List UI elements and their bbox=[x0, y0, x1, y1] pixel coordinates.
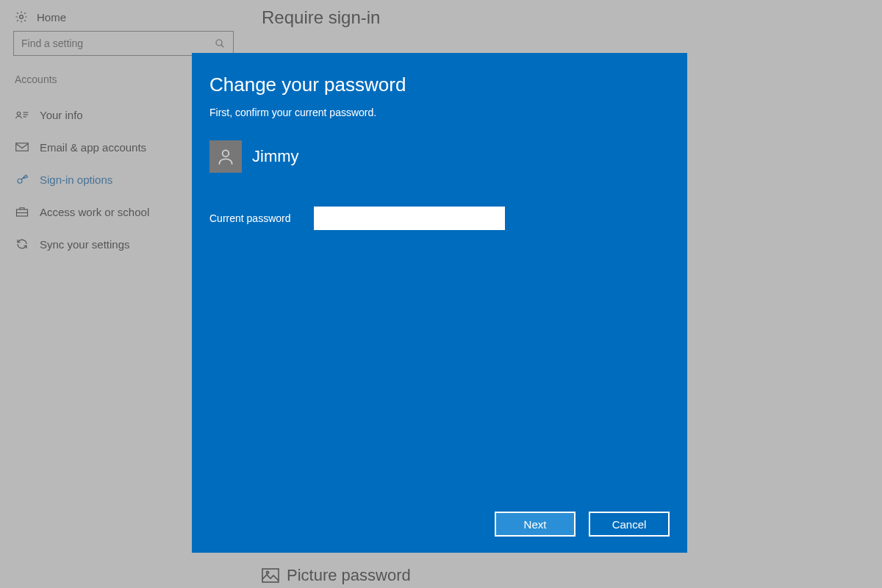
password-field-row: Current password bbox=[209, 207, 670, 230]
cancel-button[interactable]: Cancel bbox=[589, 512, 670, 537]
cancel-button-label: Cancel bbox=[612, 518, 647, 531]
dialog-title: Change your password bbox=[209, 74, 670, 96]
next-button-label: Next bbox=[524, 518, 547, 531]
person-icon bbox=[216, 147, 235, 166]
change-password-dialog: Change your password First, confirm your… bbox=[192, 53, 687, 553]
next-button[interactable]: Next bbox=[495, 512, 576, 537]
password-label: Current password bbox=[209, 212, 301, 224]
dialog-subtitle: First, confirm your current password. bbox=[209, 107, 670, 118]
svg-point-13 bbox=[223, 150, 229, 157]
user-name: Jimmy bbox=[252, 147, 299, 166]
current-password-input[interactable] bbox=[314, 207, 505, 230]
user-row: Jimmy bbox=[209, 140, 670, 173]
avatar bbox=[209, 140, 242, 173]
